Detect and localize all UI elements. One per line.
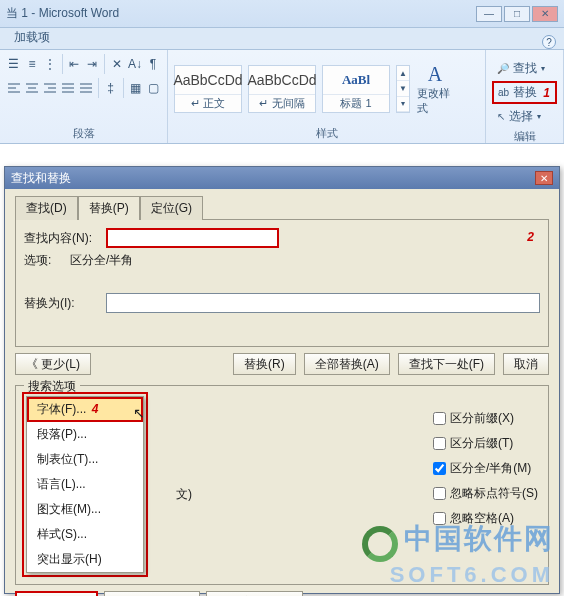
options-label: 选项: [24, 252, 64, 269]
replace-label: 替换 [513, 84, 537, 101]
chk-fullhalf[interactable]: 区分全/半角(M) [433, 460, 538, 477]
annotation-1: 1 [543, 86, 550, 100]
chk-space[interactable]: 忽略空格(A) [433, 510, 538, 527]
find-replace-dialog: 查找和替换 ✕ 查找(D) 替换(P) 定位(G) 查找内容(N): 2 选项:… [4, 166, 560, 594]
sort-icon[interactable]: A↓ [127, 54, 143, 74]
align-justify-icon[interactable] [60, 78, 76, 98]
dialog-panel: 查找内容(N): 2 选项: 区分全/半角 替换为(I): [15, 219, 549, 347]
style-gallery-scroll[interactable]: ▲ ▼ ▾ [396, 65, 410, 113]
scroll-down-icon[interactable]: ▼ [397, 81, 409, 96]
group-styles: AaBbCcDd ↵ 正文 AaBbCcDd ↵ 无间隔 AaBl 标题 1 ▲… [168, 50, 486, 143]
select-button[interactable]: ↖ 选择▾ [492, 106, 557, 127]
style-name: 标题 1 [323, 94, 389, 112]
menu-language[interactable]: 语言(L)... [27, 472, 143, 497]
replace-button[interactable]: ab 替换 1 [492, 81, 557, 104]
list-numbered-icon[interactable]: ≡ [24, 54, 40, 74]
find-what-label: 查找内容(N): [24, 230, 100, 247]
search-options-group: 搜索选项 字体(F)... 4 ↖ 段落(P)... 制表位(T)... 语言(… [15, 385, 549, 585]
menu-paragraph[interactable]: 段落(P)... [27, 422, 143, 447]
checkbox[interactable] [433, 462, 446, 475]
change-styles-label: 更改样式 [417, 86, 453, 116]
no-format-button[interactable]: 不限定格式(T) [206, 591, 303, 596]
window-titlebar: 当 1 - Microsoft Word ― □ ✕ [0, 0, 564, 28]
dialog-button-row: 《 更少(L) 替换(R) 全部替换(A) 查找下一处(F) 取消 [15, 353, 549, 375]
indent-decrease-icon[interactable]: ⇤ [67, 54, 83, 74]
replace-icon: ab [498, 87, 509, 98]
find-what-input[interactable] [106, 228, 279, 248]
format-button[interactable]: 3 格式(O) ▾ [15, 591, 98, 596]
align-left-icon[interactable] [6, 78, 22, 98]
binoculars-icon: 🔎 [497, 63, 509, 74]
replace-all-button[interactable]: 全部替换(A) [304, 353, 390, 375]
special-format-button[interactable]: 特殊格式(E) ▾ [104, 591, 199, 596]
find-button[interactable]: 🔎 查找▾ [492, 58, 557, 79]
asian-layout-icon[interactable]: ✕ [109, 54, 125, 74]
menu-font[interactable]: 字体(F)... 4 ↖ [27, 397, 143, 422]
close-button[interactable]: ✕ [532, 6, 558, 22]
cancel-button[interactable]: 取消 [503, 353, 549, 375]
replace-one-button[interactable]: 替换(R) [233, 353, 296, 375]
minimize-button[interactable]: ― [476, 6, 502, 22]
group-paragraph-label: 段落 [6, 124, 161, 141]
menu-tabs[interactable]: 制表位(T)... [27, 447, 143, 472]
replace-with-input[interactable] [106, 293, 540, 313]
chk-punct[interactable]: 忽略标点符号(S) [433, 485, 538, 502]
annotation-2: 2 [527, 230, 534, 244]
dialog-tabs: 查找(D) 替换(P) 定位(G) [15, 195, 549, 219]
group-editing: 🔎 查找▾ ab 替换 1 ↖ 选择▾ 编辑 [486, 50, 564, 143]
cursor-icon: ↖ [133, 405, 145, 421]
style-name: ↵ 无间隔 [249, 94, 315, 112]
shading-icon[interactable]: ▦ [127, 78, 143, 98]
help-icon[interactable]: ? [542, 35, 556, 49]
chk-suffix[interactable]: 区分后缀(T) [433, 435, 538, 452]
chk-prefix[interactable]: 区分前缀(X) [433, 410, 538, 427]
style-nospacing[interactable]: AaBbCcDd ↵ 无间隔 [248, 65, 316, 113]
style-preview: AaBbCcDd [175, 66, 241, 94]
format-menu: 字体(F)... 4 ↖ 段落(P)... 制表位(T)... 语言(L)...… [26, 396, 144, 573]
window-title: 当 1 - Microsoft Word [6, 5, 119, 22]
less-button[interactable]: 《 更少(L) [15, 353, 91, 375]
line-spacing-icon[interactable]: ‡ [103, 78, 119, 98]
menu-style[interactable]: 样式(S)... [27, 522, 143, 547]
align-center-icon[interactable] [24, 78, 40, 98]
scroll-up-icon[interactable]: ▲ [397, 66, 409, 81]
select-label: 选择 [509, 108, 533, 125]
annotation-4: 4 [92, 402, 99, 416]
ribbon-tabs: 加载项 ? [0, 28, 564, 50]
replace-with-label: 替换为(I): [24, 295, 100, 312]
tab-replace[interactable]: 替换(P) [78, 196, 140, 220]
list-bullets-icon[interactable]: ☰ [6, 54, 22, 74]
show-marks-icon[interactable]: ¶ [145, 54, 161, 74]
style-heading1[interactable]: AaBl 标题 1 [322, 65, 390, 113]
checkbox[interactable] [433, 487, 446, 500]
style-preview: AaBl [323, 66, 389, 94]
cursor-icon: ↖ [497, 111, 505, 122]
change-styles-icon: A [428, 63, 442, 86]
checkbox[interactable] [433, 412, 446, 425]
style-name: ↵ 正文 [175, 94, 241, 112]
dialog-title: 查找和替换 [11, 170, 71, 187]
find-label: 查找 [513, 60, 537, 77]
options-value: 区分全/半角 [70, 252, 133, 269]
ribbon-tab-addins[interactable]: 加载项 [4, 26, 60, 49]
maximize-button[interactable]: □ [504, 6, 530, 22]
menu-font-label: 字体(F)... [37, 402, 86, 416]
ribbon: ☰ ≡ ⋮ ⇤ ⇥ ✕ A↓ ¶ [0, 50, 564, 144]
tab-find[interactable]: 查找(D) [15, 196, 78, 220]
menu-frame[interactable]: 图文框(M)... [27, 497, 143, 522]
borders-icon[interactable]: ▢ [145, 78, 161, 98]
dialog-titlebar[interactable]: 查找和替换 ✕ [5, 167, 559, 189]
change-styles-button[interactable]: A 更改样式 [416, 65, 454, 113]
align-right-icon[interactable] [42, 78, 58, 98]
checkbox[interactable] [433, 512, 446, 525]
checkbox[interactable] [433, 437, 446, 450]
dialog-close-button[interactable]: ✕ [535, 171, 553, 185]
menu-highlight[interactable]: 突出显示(H) [27, 547, 143, 572]
indent-increase-icon[interactable]: ⇥ [84, 54, 100, 74]
list-multilevel-icon[interactable]: ⋮ [42, 54, 58, 74]
find-next-button[interactable]: 查找下一处(F) [398, 353, 495, 375]
align-distribute-icon[interactable] [78, 78, 94, 98]
style-normal[interactable]: AaBbCcDd ↵ 正文 [174, 65, 242, 113]
gallery-expand-icon[interactable]: ▾ [397, 97, 409, 112]
tab-goto[interactable]: 定位(G) [140, 196, 203, 220]
